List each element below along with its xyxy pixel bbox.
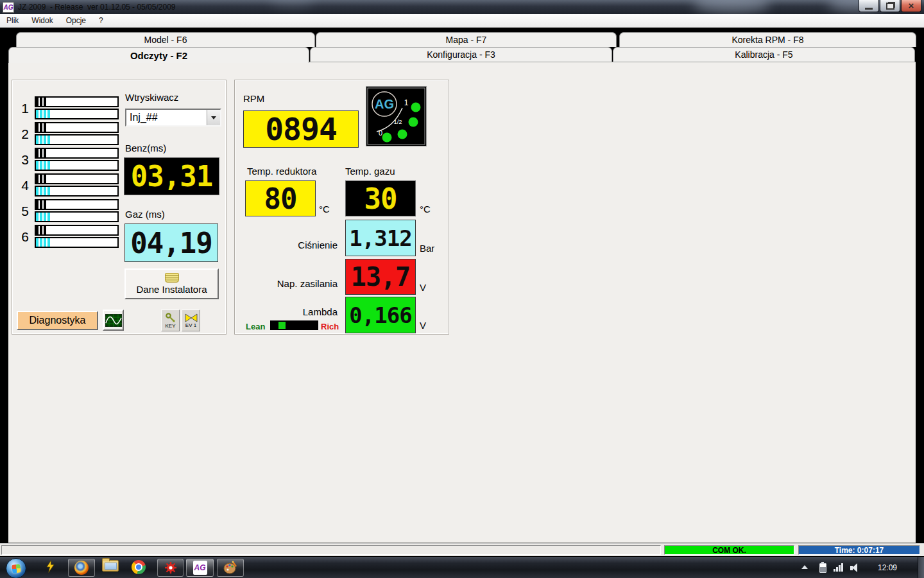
gaz-bar-fill <box>36 187 51 195</box>
benz-injection-bar <box>35 148 119 159</box>
status-bar: COM OK. Time: 0:07:17 <box>0 543 924 556</box>
tab-kalibracja-f5[interactable]: Kalibracja - F5 <box>613 47 915 62</box>
gauge-tick-1: 1 <box>404 98 409 107</box>
speaker-cone-icon <box>852 563 857 572</box>
gaz-injection-bar <box>35 186 119 197</box>
aero-glass-highlight <box>270 0 314 8</box>
window-controls: × <box>858 0 921 12</box>
gas-level-gauge: AG 0 1/2 1 <box>366 86 427 146</box>
nap-zasilania-display: 13,7 <box>345 259 416 295</box>
tray-network-icon[interactable] <box>832 563 844 572</box>
restore-icon <box>886 3 894 10</box>
ag-app-icon: AG <box>193 561 207 575</box>
dane-instalatora-label: Dane Instalatora <box>136 284 207 295</box>
palette-icon <box>223 561 237 575</box>
chevron-down-icon <box>211 116 216 119</box>
tab-konfiguracja-f3[interactable]: Konfiguracja - F3 <box>310 47 612 62</box>
desktop: AG JZ 2009 - Release ver 01.12.05 - 05/0… <box>0 0 924 578</box>
app-icon-text: AG <box>4 4 13 11</box>
temp-gazu-unit: °C <box>420 204 431 215</box>
injector-number: 2 <box>18 127 32 142</box>
gaz-injection-bar <box>35 134 119 145</box>
lean-label: Lean <box>246 322 265 331</box>
signal-bars-icon <box>834 563 843 572</box>
taskbar-ag-app-button[interactable]: AG <box>186 559 214 577</box>
injector-number: 5 <box>18 204 32 219</box>
ev1-valve-button[interactable]: EV 1 <box>182 310 200 331</box>
menu-opcje[interactable]: Opcje <box>60 16 92 25</box>
firefox-icon <box>74 561 89 575</box>
tab-mapa-f7[interactable]: Mapa - F7 <box>316 32 617 47</box>
temp-reduktora-display: 80 <box>245 180 316 216</box>
benz-bar-fill <box>36 226 47 234</box>
tray-expand-button[interactable] <box>801 565 809 569</box>
benz-display: 03,31 <box>124 157 219 195</box>
tray-battery-icon[interactable] <box>819 563 826 573</box>
taskbar-paint-button[interactable] <box>217 559 244 577</box>
start-button[interactable] <box>6 558 26 578</box>
wtryskiwacz-label: Wtryskiwacz <box>125 92 178 103</box>
valve-icon <box>185 313 198 323</box>
benz-bar-fill <box>36 149 47 157</box>
taskbar-winamp-icon[interactable] <box>42 560 58 573</box>
benz-injection-bar <box>35 199 119 210</box>
menu-widok[interactable]: Widok <box>25 16 59 25</box>
menu-bar: Plik Widok Opcje ? <box>0 14 924 28</box>
taskbar-gear-app-button[interactable] <box>157 559 184 577</box>
chevron-up-icon <box>801 565 808 569</box>
injector-number: 3 <box>18 152 32 168</box>
cisnienie-label: Ciśnienie <box>235 240 338 250</box>
tray-volume-icon[interactable] <box>848 563 859 572</box>
app-icon: AG <box>3 2 14 13</box>
window-titlebar: AG JZ 2009 - Release ver 01.12.05 - 05/0… <box>0 0 924 14</box>
injector-selector[interactable]: Inj_## <box>125 109 221 127</box>
lambda-lean-rich-bar <box>270 320 318 330</box>
lightning-icon <box>46 560 55 573</box>
minimize-button[interactable] <box>859 0 879 12</box>
nap-zasilania-unit: V <box>420 282 426 293</box>
menu-help[interactable]: ? <box>92 16 110 25</box>
lambda-label: Lambda <box>235 306 338 317</box>
show-desktop-button[interactable] <box>918 557 924 578</box>
tab-korekta-rpm-f8[interactable]: Korekta RPM - F8 <box>619 32 916 47</box>
taskbar-clock[interactable]: 12:09 <box>878 563 897 572</box>
benz-bar-fill <box>36 200 47 209</box>
key-status-button[interactable]: KEY <box>161 310 180 331</box>
taskbar: AG 12:09 <box>0 556 924 578</box>
status-empty-field <box>1 545 661 555</box>
taskbar-chrome-icon[interactable] <box>129 560 148 574</box>
readings-page: 1 2 3 4 5 6 Wtryskiwacz Inj_## <box>8 62 916 543</box>
close-button[interactable]: × <box>901 0 921 12</box>
dane-instalatora-button[interactable]: Dane Instalatora <box>124 268 219 299</box>
menu-plik[interactable]: Plik <box>0 16 25 25</box>
nap-zasilania-label: Nap. zasilania <box>235 278 338 289</box>
oscilloscope-icon <box>105 314 122 327</box>
combo-dropdown-button[interactable] <box>207 110 220 125</box>
restore-button[interactable] <box>880 0 900 12</box>
injectors-panel: 1 2 3 4 5 6 Wtryskiwacz Inj_## <box>12 80 227 335</box>
temp-gazu-display: 30 <box>345 180 416 216</box>
lambda-display: 0,166 <box>345 297 416 333</box>
diagnostyka-button[interactable]: Diagnostyka <box>17 311 98 330</box>
injector-selector-value: Inj_## <box>126 112 207 123</box>
gaz-bar-fill <box>36 213 51 221</box>
window-title: JZ 2009 - Release ver 01.12.05 - 05/05/2… <box>18 3 176 12</box>
taskbar-explorer-icon[interactable] <box>101 560 120 572</box>
benz-label: Benz(ms) <box>125 143 166 153</box>
com-status-field: COM OK. <box>664 545 794 555</box>
benz-bar-fill <box>36 98 47 106</box>
key-label: KEY <box>165 324 175 329</box>
tab-odczyty-f2[interactable]: Odczyty - F2 <box>8 47 309 63</box>
gaz-injection-bar <box>35 211 119 222</box>
benz-bar-fill <box>36 175 47 183</box>
benz-injection-bar <box>35 122 119 133</box>
folder-icon <box>102 560 119 572</box>
benz-bar-fill <box>36 123 47 132</box>
gaz-bar-fill <box>36 161 51 170</box>
taskbar-firefox-button[interactable] <box>68 559 95 577</box>
aero-glass-highlight <box>693 0 770 13</box>
oscilloscope-button[interactable] <box>103 310 124 331</box>
tab-model-f6[interactable]: Model - F6 <box>16 32 315 47</box>
time-status-field: Time: 0:07:17 <box>798 545 920 555</box>
ev1-label: EV 1 <box>185 323 196 328</box>
